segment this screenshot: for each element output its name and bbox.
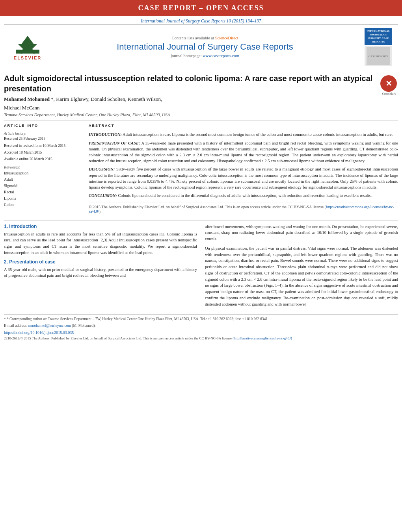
keyword-intussusception: Intussusception	[4, 170, 83, 176]
case-report-banner: Case Report – Open Access	[0, 0, 402, 16]
science-direct-link[interactable]: ScienceDirect	[215, 36, 238, 40]
received-date: Received 25 February 2015	[4, 136, 83, 141]
accepted-date: Accepted 18 March 2015	[4, 150, 83, 155]
intro-body-text: Intussusception in adults is rare and ac…	[4, 231, 197, 256]
intro-label: INTRODUCTION:	[89, 132, 122, 137]
keywords-section: Keywords: Intussusception Adult Sigmoid …	[4, 165, 83, 208]
license-content: 2210-2612/© 2015 The Authors. Published …	[4, 336, 232, 340]
discussion-text: Sixty–sixty five percent of cases with i…	[89, 167, 398, 189]
abstract-conclusion: CONCLUSION: Colonic lipoma should be con…	[89, 193, 398, 198]
article-info-heading: Article Info	[4, 124, 83, 129]
journal-name: International Journal of Surgery Case Re…	[47, 42, 363, 52]
keyword-colon: Colon	[4, 202, 83, 208]
footnote-text: * * Corresponding author at: Trauma Serv…	[4, 317, 398, 322]
history-label: Article history:	[4, 132, 83, 135]
license-text: 2210-2612/© 2015 The Authors. Published …	[4, 336, 398, 341]
email-footnote: E-mail address: mmohame4@hurleymc.com (M…	[4, 323, 398, 328]
contents-text: Contents lists available at	[171, 36, 214, 40]
open-access-note: © 2015 The Authors. Published by Elsevie…	[89, 202, 398, 213]
oa-text-suffix: ).	[99, 209, 101, 213]
journal-info-line: International Journal of Surgery Case Re…	[0, 16, 402, 24]
body-right-col: after bowel movements, with symptoms wax…	[205, 224, 398, 311]
authors-line-2: Michael McCann	[4, 105, 398, 111]
badge-title-box: INTERNATIONAL JOURNAL OF SURGERY CASE RE…	[365, 28, 392, 45]
case-section-title: 2. Presentation of case	[4, 259, 197, 265]
article-title: Adult sigmoidorectal intussusception rel…	[4, 73, 376, 94]
abstract-col: Abstract INTRODUCTION: Adult intussuscep…	[89, 120, 398, 216]
footnote-star: *	[4, 317, 6, 321]
badge-title-text: INTERNATIONAL JOURNAL OF SURGERY CASE RE…	[367, 30, 390, 43]
available-date: Available online 20 March 2015	[4, 157, 83, 162]
right-body-text-2: On physical examination, the patient was…	[205, 245, 398, 308]
discussion-label: DISCUSSION:	[89, 167, 115, 171]
abstract-heading: Abstract	[89, 124, 398, 129]
keyword-lipoma: Lipoma	[4, 195, 83, 202]
case-label: PRESENTATION OF CASE:	[89, 141, 140, 145]
right-body-text-1: after bowel movements, with symptoms wax…	[205, 224, 398, 242]
elsevier-logo: ELSEVIER	[8, 34, 47, 60]
elsevier-tree-icon	[12, 34, 43, 56]
homepage-line: journal homepage: www.casereports.com	[47, 54, 363, 58]
author-mccann: Michael McCann	[4, 105, 40, 111]
homepage-prefix: journal homepage:	[171, 54, 201, 58]
revised-date: Received in revised form 16 March 2015	[4, 143, 83, 148]
body-left-col: 1. Introduction Intussusception in adult…	[4, 224, 197, 311]
journal-info-text: International Journal of Surgery Case Re…	[141, 19, 261, 23]
footnote-content: * Corresponding author at: Trauma Servic…	[7, 317, 268, 321]
article-title-section: Adult sigmoidorectal intussusception rel…	[4, 73, 398, 120]
conclusion-label: CONCLUSION:	[89, 193, 117, 198]
homepage-url[interactable]: www.casereports.com	[203, 54, 239, 58]
banner-text: Case Report – Open Access	[138, 4, 264, 12]
affiliation-line: Trauma Services Department, Hurley Medic…	[4, 112, 398, 117]
email-suffix: (M. Mohamed).	[72, 324, 95, 328]
keywords-heading: Keywords:	[4, 165, 83, 169]
doi-url[interactable]: http://dx.doi.org/10.1016/j.ijscr.2015.0…	[4, 330, 74, 335]
intro-text: Adult intussusception is rare. Lipoma is…	[123, 132, 393, 137]
section-divider	[4, 220, 398, 221]
conclusion-text: Colonic lipoma should be considered in t…	[118, 193, 372, 198]
crossmark-icon: ✕	[380, 75, 397, 92]
journal-title-center: Contents lists available at ScienceDirec…	[47, 36, 363, 58]
keyword-sigmoid: Sigmoid	[4, 183, 83, 189]
author-main: Mohamed Mohamed	[4, 96, 50, 102]
abstract-section: Abstract INTRODUCTION: Adult intussuscep…	[89, 120, 398, 216]
article-title-row: Adult sigmoidorectal intussusception rel…	[4, 73, 398, 94]
body-section: 1. Introduction Intussusception in adult…	[4, 224, 398, 311]
case-reports-badge: INTERNATIONAL JOURNAL OF SURGERY CASE RE…	[363, 28, 394, 66]
authors-line: Mohamed Mohamed *, Karim Elghawy, Donald…	[4, 96, 398, 102]
article-info-col: Article Info Article history: Received 2…	[4, 120, 83, 216]
crossmark-label: CrossMark	[380, 92, 398, 96]
journal-header: ELSEVIER Contents lists available at Sci…	[4, 24, 398, 69]
abstract-intro: INTRODUCTION: Adult intussusception is r…	[89, 132, 398, 137]
article-info-section: Article Info Article history: Received 2…	[4, 120, 83, 211]
intro-section-title: 1. Introduction	[4, 224, 197, 229]
doi-line[interactable]: http://dx.doi.org/10.1016/j.ijscr.2015.0…	[4, 330, 398, 335]
abstract-discussion: DISCUSSION: Sixty–sixty five percent of …	[89, 166, 398, 190]
svg-text:CASE REPORTS: CASE REPORTS	[368, 55, 388, 58]
authors-rest: *, Karim Elghawy, Donald Scholten, Kenne…	[50, 96, 162, 102]
badge-image-icon: CASE REPORTS	[367, 47, 390, 65]
email-address[interactable]: mmohame4@hurleymc.com	[28, 324, 71, 328]
license-link[interactable]: (httpillaeativecananarglienseshy-nc-g40J…	[233, 336, 292, 340]
footer-divider	[4, 314, 398, 315]
article-info-abstract-section: Article Info Article history: Received 2…	[4, 120, 398, 216]
email-label: E-mail address:	[4, 324, 27, 328]
oa-text-prefix: © 2015 The Authors. Published by Elsevie…	[89, 205, 326, 209]
contents-line: Contents lists available at ScienceDirec…	[47, 36, 363, 40]
crossmark-badge[interactable]: ✕ CrossMark	[380, 75, 398, 93]
badge-image-area: CASE REPORTS	[365, 46, 392, 66]
keyword-adult: Adult	[4, 176, 83, 183]
case-body-text: A 35-year-old male, with no prior medica…	[4, 267, 197, 279]
elsevier-text: ELSEVIER	[14, 56, 41, 60]
abstract-case: PRESENTATION OF CASE: A 35-years-old mal…	[89, 140, 398, 164]
keyword-rectal: Rectal	[4, 189, 83, 195]
